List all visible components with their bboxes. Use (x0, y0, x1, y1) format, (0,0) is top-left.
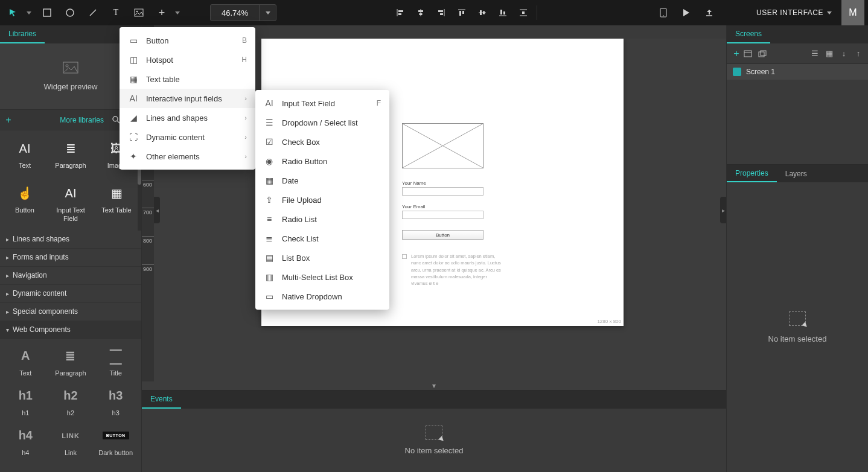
align-right[interactable] (432, 3, 451, 22)
duplicate-icon[interactable] (758, 50, 773, 57)
form-button[interactable]: Button (402, 230, 483, 240)
upload-button[interactable] (700, 3, 719, 22)
wc-h3[interactable]: h3h3 (94, 383, 138, 421)
menu-item-date[interactable]: ▦Date (255, 171, 389, 190)
more-libraries-link[interactable]: More libraries (17, 116, 107, 124)
menu-item-icon: ☰ (264, 118, 275, 127)
wc-dark-button[interactable]: BUTTONDark button (94, 423, 138, 461)
menu-item-check-list[interactable]: ≣Check List (255, 229, 389, 248)
svg-point-4 (136, 11, 138, 13)
menu-item-native-dropdown[interactable]: ▭Native Dropdown (255, 287, 389, 306)
widget-input-text-field[interactable]: AIInput Text Field (48, 180, 93, 228)
screens-tab[interactable]: Screens (727, 25, 770, 43)
events-panel-resize[interactable]: ▾ (142, 381, 726, 390)
template-icon[interactable] (744, 50, 758, 57)
list-view-icon[interactable]: ☰ (808, 49, 822, 58)
menu-item-dynamic-content[interactable]: ⛶Dynamic content› (120, 127, 255, 147)
add-menu[interactable]: ▭ButtonB◫HotspotH▦Text tableAIInteractiv… (120, 27, 255, 170)
wc-h2[interactable]: h2h2 (49, 383, 93, 421)
image-placeholder-icon (63, 62, 78, 74)
ellipse-tool[interactable] (60, 3, 80, 22)
align-h-center[interactable] (411, 3, 430, 22)
menu-item-icon: ◢ (128, 113, 139, 123)
menu-item-radio-list[interactable]: ≡Radio List (255, 209, 389, 229)
menu-item-text-table[interactable]: ▦Text table (120, 69, 255, 89)
category-dynamic-content[interactable]: ▸Dynamic content (0, 285, 141, 303)
zoom-dropdown[interactable] (259, 5, 276, 21)
screen-item-1[interactable]: Screen 1 (727, 64, 868, 80)
menu-item-input-text-field[interactable]: AIInput Text FieldF (255, 94, 389, 113)
add-tool-dropdown[interactable] (173, 3, 182, 22)
input-your-email[interactable] (402, 211, 483, 219)
wc-text[interactable]: AText (4, 343, 48, 381)
device-preview[interactable] (654, 3, 673, 22)
widget-text-table[interactable]: ▦Text Table (94, 180, 139, 228)
distribute[interactable] (514, 3, 533, 22)
image-tool[interactable] (129, 3, 148, 22)
wc-title[interactable]: ——Title (94, 343, 138, 381)
rectangle-tool[interactable] (37, 3, 57, 22)
menu-item-lines-and-shapes[interactable]: ◢Lines and shapes› (120, 108, 255, 127)
wc-h4[interactable]: h4h4 (4, 423, 48, 461)
image-placeholder[interactable] (402, 123, 483, 168)
menu-item-multi-select-list-box[interactable]: ▥Multi-Select List Box (255, 267, 389, 287)
category-lines-and-shapes[interactable]: ▸Lines and shapes (0, 231, 141, 249)
zoom-control[interactable]: 46.74% (210, 4, 276, 21)
events-tab[interactable]: Events (142, 391, 181, 409)
line-tool[interactable] (83, 3, 103, 22)
align-left[interactable] (391, 3, 410, 22)
add-screen-button[interactable]: + (729, 48, 744, 59)
svg-rect-29 (63, 62, 78, 73)
grid-view-icon[interactable]: ▦ (822, 49, 837, 58)
properties-tab[interactable]: Properties (727, 165, 777, 182)
widget-button[interactable]: ☝Button (2, 180, 47, 228)
menu-item-interactive-input-fields[interactable]: AIInteractive input fields› (120, 89, 255, 108)
svg-rect-10 (420, 13, 423, 15)
widget-paragraph[interactable]: ≣Paragraph (48, 135, 93, 179)
menu-item-check-box[interactable]: ☑Check Box (255, 132, 389, 151)
svg-rect-37 (759, 52, 764, 57)
align-v-center[interactable] (473, 3, 492, 22)
menu-item-other-elements[interactable]: ✦Other elements› (120, 147, 255, 166)
panel-collapse-left[interactable]: ◂ (154, 197, 160, 223)
select-tool[interactable] (4, 3, 23, 22)
category-forms-and-inputs[interactable]: ▸Forms and inputs (0, 249, 141, 267)
svg-point-30 (66, 65, 68, 67)
menu-item-icon: ▭ (128, 36, 139, 45)
widget-icon: AI (19, 140, 31, 157)
menu-item-icon: ◫ (128, 55, 139, 65)
add-tool[interactable]: + (152, 3, 171, 22)
wc-paragraph[interactable]: ≣Paragraph (49, 343, 93, 381)
menu-item-hotspot[interactable]: ◫HotspotH (120, 50, 255, 69)
play-button[interactable] (677, 3, 696, 22)
panel-collapse-right[interactable]: ▸ (720, 197, 726, 223)
widget-text[interactable]: AIText (2, 135, 47, 179)
mode-dropdown[interactable]: USER INTERFACE (750, 8, 838, 17)
widget-icon: ☝ (18, 185, 33, 202)
sort-down-icon[interactable]: ↓ (837, 49, 851, 58)
wc-icon: A (21, 348, 30, 365)
select-tool-dropdown[interactable] (24, 3, 34, 22)
align-top[interactable] (452, 3, 471, 22)
wc-link[interactable]: LINKLink (49, 423, 93, 461)
text-tool[interactable]: T (106, 3, 126, 22)
layers-tab[interactable]: Layers (777, 165, 815, 182)
category-navigation[interactable]: ▸Navigation (0, 267, 141, 285)
add-library-button[interactable]: + (0, 110, 17, 130)
category-special-components[interactable]: ▸Special components (0, 303, 141, 321)
sort-up-icon[interactable]: ↑ (851, 49, 866, 58)
input-your-name[interactable] (402, 187, 483, 196)
menu-item-radio-button[interactable]: ◉Radio Button (255, 151, 389, 171)
wc-h1[interactable]: h1h1 (4, 383, 48, 421)
menu-item-button[interactable]: ▭ButtonB (120, 31, 255, 50)
lorem-checkbox[interactable] (402, 254, 407, 259)
libraries-tab[interactable]: Libraries (0, 25, 45, 43)
user-avatar[interactable]: M (841, 0, 864, 25)
events-empty-label: No item selected (405, 446, 464, 455)
menu-item-file-upload[interactable]: ⇪File Upload (255, 190, 389, 209)
menu-item-list-box[interactable]: ▤List Box (255, 248, 389, 267)
category-web-components[interactable]: ▾ Web Components (0, 321, 141, 339)
align-bottom[interactable] (493, 3, 512, 22)
add-menu-interactive-input[interactable]: AIInput Text FieldF☰Dropdown / Select li… (255, 90, 389, 310)
menu-item-dropdown-select-list[interactable]: ☰Dropdown / Select list (255, 113, 389, 132)
